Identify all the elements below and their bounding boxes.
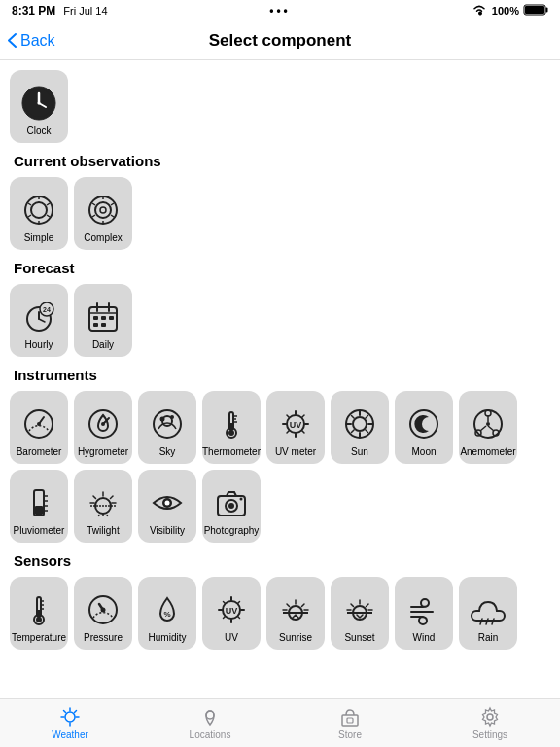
svg-line-21: [111, 203, 114, 205]
twilight-label: Twilight: [87, 525, 119, 537]
svg-point-47: [160, 417, 165, 422]
component-item-rain[interactable]: Rain: [459, 577, 517, 650]
svg-point-18: [100, 207, 106, 213]
svg-line-135: [351, 604, 354, 607]
svg-point-48: [170, 415, 174, 419]
wind-label: Wind: [413, 632, 436, 644]
svg-line-29: [39, 319, 45, 322]
component-item-clock[interactable]: Clock: [10, 70, 68, 143]
svg-point-76: [410, 410, 438, 438]
pressure-icon: [85, 591, 122, 628]
back-button[interactable]: Back: [8, 32, 55, 50]
sunset-label: Sunset: [344, 632, 374, 644]
component-item-temperature[interactable]: Temperature: [10, 577, 68, 650]
svg-line-75: [366, 430, 368, 433]
barometer-icon: [20, 406, 57, 443]
instruments-grid: Barometer Hygrometer: [10, 391, 550, 543]
locations-tab-icon: [199, 706, 221, 728]
simple-icon: [20, 192, 57, 229]
store-tab-icon: [339, 706, 361, 728]
status-time: 8:31 PM: [12, 4, 55, 18]
sky-icon: [149, 406, 186, 443]
svg-rect-152: [347, 718, 353, 723]
svg-point-153: [487, 714, 493, 720]
svg-line-141: [486, 619, 488, 624]
humidity-icon: %: [149, 591, 186, 628]
component-item-photography[interactable]: Photography: [202, 470, 261, 543]
battery-bar-icon: [524, 4, 548, 18]
daily-label: Daily: [92, 339, 114, 351]
svg-point-7: [38, 102, 41, 105]
tab-store[interactable]: Store: [280, 706, 420, 740]
pluviometer-icon: [20, 484, 57, 521]
tab-weather[interactable]: Weather: [0, 706, 140, 740]
component-item-complex[interactable]: Complex: [74, 177, 132, 250]
complex-icon: [85, 192, 122, 229]
svg-line-63: [302, 415, 305, 418]
sunrise-icon: [277, 591, 314, 628]
svg-point-67: [353, 417, 367, 431]
svg-point-109: [36, 617, 42, 622]
battery-icon: 100%: [492, 5, 519, 17]
svg-line-22: [111, 215, 114, 217]
page-title: Select component: [209, 31, 351, 51]
component-item-sunrise[interactable]: Sunrise: [266, 577, 325, 650]
component-item-barometer[interactable]: Barometer: [10, 391, 68, 464]
svg-rect-36: [109, 316, 114, 320]
complex-label: Complex: [84, 232, 122, 244]
component-item-anemometer[interactable]: Anemometer: [459, 391, 517, 464]
uvmeter-label: UV meter: [275, 446, 316, 458]
thermometer-icon: [213, 406, 250, 443]
svg-point-9: [31, 202, 47, 218]
component-item-pressure[interactable]: Pressure: [74, 577, 132, 650]
svg-text:UV: UV: [226, 606, 238, 616]
daily-icon: [85, 299, 122, 336]
temperature-label: Temperature: [12, 632, 66, 644]
settings-tab-label: Settings: [472, 729, 508, 740]
component-item-visibility[interactable]: Visibility: [138, 470, 196, 543]
svg-line-94: [111, 496, 114, 499]
svg-point-44: [101, 422, 105, 426]
svg-point-115: [101, 608, 106, 613]
component-item-uv[interactable]: UV UV: [202, 577, 261, 650]
svg-line-124: [238, 602, 240, 604]
component-item-moon[interactable]: Moon: [395, 391, 453, 464]
clock-label: Clock: [26, 125, 51, 137]
thermometer-label: Thermometer: [202, 446, 261, 458]
svg-line-72: [352, 416, 355, 419]
svg-line-81: [488, 426, 494, 431]
forecast-grid: 24 Hourly: [10, 284, 550, 357]
svg-line-10: [28, 203, 31, 205]
svg-line-20: [92, 215, 95, 217]
svg-point-16: [89, 196, 117, 224]
tab-locations[interactable]: Locations: [140, 706, 280, 740]
component-item-humidity[interactable]: % Humidity: [138, 577, 196, 650]
component-item-simple[interactable]: Simple: [10, 177, 68, 250]
component-item-sky[interactable]: Sky: [138, 391, 196, 464]
uv-icon: UV: [213, 591, 250, 628]
visibility-icon: [149, 484, 186, 521]
component-item-hygrometer[interactable]: Hygrometer: [74, 391, 132, 464]
hygrometer-label: Hygrometer: [78, 446, 128, 458]
locations-tab-label: Locations: [190, 729, 231, 740]
component-item-daily[interactable]: Daily: [74, 284, 132, 357]
svg-point-143: [65, 712, 75, 722]
svg-line-11: [28, 215, 31, 217]
component-item-sunset[interactable]: Sunset: [331, 577, 389, 650]
rain-icon: [470, 591, 507, 628]
svg-line-83: [480, 426, 486, 431]
svg-line-129: [287, 604, 290, 607]
component-item-uvmeter[interactable]: UV UV meter: [266, 391, 325, 464]
weather-tab-icon: [59, 706, 81, 728]
tab-settings[interactable]: Settings: [420, 706, 560, 740]
barometer-label: Barometer: [17, 446, 62, 458]
anemometer-icon: [470, 406, 507, 443]
component-item-pluviometer[interactable]: Pluviometer: [10, 470, 68, 543]
component-item-wind[interactable]: Wind: [395, 577, 453, 650]
component-item-twilight[interactable]: Twilight: [74, 470, 132, 543]
component-item-hourly[interactable]: 24 Hourly: [10, 284, 68, 357]
svg-rect-90: [35, 506, 43, 515]
svg-line-12: [47, 203, 50, 205]
component-item-sun[interactable]: Sun: [331, 391, 389, 464]
component-item-thermometer[interactable]: Thermometer: [202, 391, 261, 464]
